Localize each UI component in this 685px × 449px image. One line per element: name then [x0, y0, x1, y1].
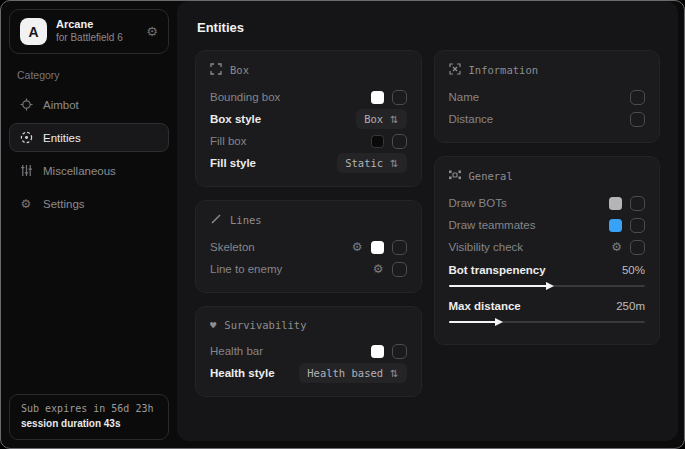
line-to-enemy-label: Line to enemy: [210, 263, 282, 275]
slider-thumb[interactable]: [495, 318, 503, 326]
diagonal-line-icon: [210, 213, 222, 227]
bot-transparency-value: 50%: [622, 264, 645, 276]
gear-icon: ⚙: [19, 197, 33, 211]
information-panel: Information Name Distance: [434, 50, 661, 143]
color-swatch[interactable]: [609, 219, 622, 232]
skeleton-label: Skeleton: [210, 241, 255, 253]
box-panel-title: Box: [230, 64, 249, 76]
slider-thumb[interactable]: [546, 282, 554, 290]
main-panel: Entities Box Bounding box: [177, 1, 678, 441]
brand-text: Arcane for Battlefield 6: [56, 18, 137, 44]
box-style-label: Box style: [210, 113, 261, 125]
lines-panel: Lines Skeleton ⚙ Line to enemy ⚙: [195, 200, 422, 293]
distance-checkbox[interactable]: [630, 112, 645, 127]
health-style-row: Health style Health based ⇅: [210, 362, 407, 384]
right-column: Information Name Distance: [434, 50, 661, 397]
visibility-check-row: Visibility check ⚙: [449, 236, 646, 258]
updown-chevron-icon: ⇅: [390, 114, 398, 125]
health-style-dropdown[interactable]: Health based ⇅: [299, 363, 406, 383]
box-corners-icon: [210, 63, 222, 77]
fill-style-row: Fill style Static ⇅: [210, 152, 407, 174]
sub-expiry-text: Sub expires in 56d 23h: [21, 402, 157, 417]
info-asterisk-icon: [449, 63, 461, 77]
updown-chevron-icon: ⇅: [390, 158, 398, 169]
general-panel: General Draw BOTs Draw teammates: [434, 156, 661, 345]
max-distance-label: Max distance: [449, 300, 521, 312]
visibility-check-checkbox[interactable]: [630, 240, 645, 255]
sidebar-item-miscellaneous[interactable]: Miscellaneous: [9, 156, 169, 185]
survivability-panel-title: Survivability: [224, 319, 306, 331]
fill-style-dropdown[interactable]: Static ⇅: [337, 153, 406, 173]
subscription-card: Sub expires in 56d 23h session duration …: [9, 394, 169, 440]
visibility-check-label: Visibility check: [449, 241, 524, 253]
draw-bots-row: Draw BOTs: [449, 192, 646, 214]
brand-card: A Arcane for Battlefield 6 ⚙: [9, 9, 169, 54]
information-panel-title: Information: [469, 64, 539, 76]
max-distance-row: Max distance 250m: [449, 296, 646, 316]
category-label: Category: [17, 69, 161, 81]
bounding-box-row: Bounding box: [210, 86, 407, 108]
draw-teammates-row: Draw teammates: [449, 214, 646, 236]
skeleton-checkbox[interactable]: [392, 240, 407, 255]
gear-icon[interactable]: ⚙: [352, 241, 363, 253]
box-style-row: Box style Box ⇅: [210, 108, 407, 130]
line-to-enemy-checkbox[interactable]: [392, 262, 407, 277]
draw-teammates-checkbox[interactable]: [630, 218, 645, 233]
survivability-panel: ♥ Survivability Health bar Health style: [195, 306, 422, 397]
general-panel-header: General: [449, 169, 646, 183]
skeleton-row: Skeleton ⚙: [210, 236, 407, 258]
name-row: Name: [449, 86, 646, 108]
color-swatch[interactable]: [371, 135, 384, 148]
general-panel-title: General: [469, 170, 513, 182]
dropdown-value: Health based: [307, 367, 383, 379]
color-swatch[interactable]: [609, 197, 622, 210]
name-checkbox[interactable]: [630, 90, 645, 105]
sidebar-item-label: Aimbot: [43, 99, 79, 111]
sliders-icon: [19, 164, 33, 177]
fill-style-label: Fill style: [210, 157, 256, 169]
crosshair-icon: [19, 98, 33, 111]
color-swatch[interactable]: [371, 345, 384, 358]
health-bar-checkbox[interactable]: [392, 344, 407, 359]
draw-bots-label: Draw BOTs: [449, 197, 507, 209]
gear-icon[interactable]: ⚙: [611, 241, 622, 253]
fill-box-label: Fill box: [210, 135, 246, 147]
max-distance-value: 250m: [616, 300, 645, 312]
bot-transparency-row: Bot transpenency 50%: [449, 260, 646, 280]
grid-icon: [449, 169, 461, 183]
gear-icon[interactable]: ⚙: [373, 263, 384, 275]
color-swatch[interactable]: [371, 91, 384, 104]
session-duration-text: session duration 43s: [21, 417, 157, 432]
fill-box-checkbox[interactable]: [392, 134, 407, 149]
draw-teammates-label: Draw teammates: [449, 219, 536, 231]
health-bar-label: Health bar: [210, 345, 263, 357]
draw-bots-checkbox[interactable]: [630, 196, 645, 211]
lines-panel-header: Lines: [210, 213, 407, 227]
max-distance-slider[interactable]: [449, 321, 646, 323]
sidebar-item-settings[interactable]: ⚙ Settings: [9, 189, 169, 218]
information-panel-header: Information: [449, 63, 646, 77]
sidebar-item-label: Entities: [43, 132, 81, 144]
fill-box-row: Fill box: [210, 130, 407, 152]
bounding-box-checkbox[interactable]: [392, 90, 407, 105]
color-swatch[interactable]: [371, 241, 384, 254]
bot-transparency-slider[interactable]: [449, 285, 646, 287]
box-panel: Box Bounding box Box style Box ⇅: [195, 50, 422, 187]
updown-chevron-icon: ⇅: [390, 368, 398, 379]
slider-fill: [449, 285, 547, 287]
gear-icon[interactable]: ⚙: [146, 24, 158, 39]
box-style-dropdown[interactable]: Box ⇅: [356, 109, 406, 129]
sidebar-item-entities[interactable]: Entities: [9, 123, 169, 152]
bounding-box-label: Bounding box: [210, 91, 280, 103]
lines-panel-title: Lines: [230, 214, 262, 226]
health-style-label: Health style: [210, 367, 275, 379]
name-label: Name: [449, 91, 480, 103]
dropdown-value: Static: [345, 157, 383, 169]
distance-label: Distance: [449, 113, 494, 125]
box-panel-header: Box: [210, 63, 407, 77]
dropdown-value: Box: [364, 113, 383, 125]
sidebar-item-label: Settings: [43, 198, 85, 210]
health-bar-row: Health bar: [210, 340, 407, 362]
sidebar-item-aimbot[interactable]: Aimbot: [9, 90, 169, 119]
distance-row: Distance: [449, 108, 646, 130]
